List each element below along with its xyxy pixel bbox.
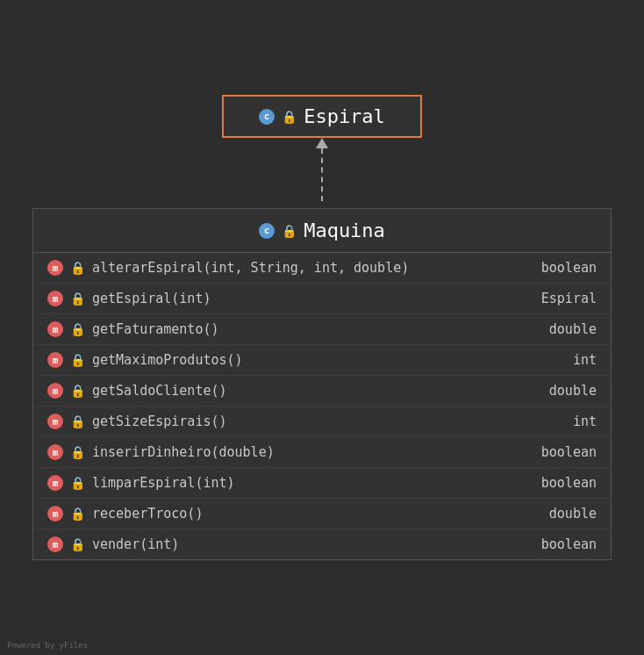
- method-lock-icon: 🔒: [70, 353, 85, 367]
- method-lock-icon: 🔒: [70, 322, 85, 336]
- method-name: getEspiral(int): [92, 291, 528, 306]
- method-return-type: boolean: [535, 260, 597, 276]
- arrow-head: [316, 138, 328, 148]
- espiral-c-icon: c: [259, 109, 275, 125]
- method-return-type: Espiral: [535, 291, 597, 306]
- method-return-type: double: [535, 383, 597, 399]
- method-name: getSaldoCliente(): [92, 383, 528, 399]
- method-row: m🔒getSaldoCliente()double: [33, 376, 611, 407]
- method-return-type: boolean: [535, 536, 597, 552]
- m-icon: m: [47, 321, 63, 337]
- m-icon: m: [47, 475, 63, 491]
- method-name: vender(int): [92, 536, 528, 552]
- method-return-type: double: [535, 506, 597, 522]
- watermark: Powered by yFiles: [7, 641, 88, 650]
- diagram-container: c 🔒 Espiral c 🔒 Maquina m🔒alterarEspiral…: [0, 77, 644, 578]
- m-icon: m: [47, 506, 63, 522]
- m-icon: m: [47, 414, 63, 429]
- arrow-line: [321, 148, 323, 201]
- m-icon: m: [47, 383, 63, 399]
- method-row: m🔒getFaturamento()double: [33, 314, 611, 345]
- method-lock-icon: 🔒: [70, 292, 85, 306]
- method-return-type: int: [535, 414, 597, 429]
- m-icon: m: [47, 352, 63, 368]
- method-lock-icon: 🔒: [70, 445, 85, 459]
- espiral-lock-icon: 🔒: [282, 110, 297, 124]
- method-name: alterarEspiral(int, String, int, double): [92, 260, 528, 276]
- method-row: m🔒receberTroco()double: [33, 499, 611, 529]
- method-row: m🔒inserirDinheiro(double)boolean: [33, 437, 611, 468]
- method-name: receberTroco(): [92, 506, 528, 522]
- method-row: m🔒getSizeEspirais()int: [33, 407, 611, 437]
- method-name: getFaturamento(): [92, 321, 528, 337]
- method-name: limparEspiral(int): [92, 475, 528, 491]
- method-lock-icon: 🔒: [70, 537, 85, 551]
- method-return-type: boolean: [535, 475, 597, 491]
- method-return-type: int: [535, 352, 597, 368]
- inheritance-arrow: [321, 138, 323, 208]
- maquina-class-name: Maquina: [304, 220, 385, 241]
- method-return-type: double: [535, 321, 597, 337]
- m-icon: m: [47, 260, 63, 276]
- method-row: m🔒limparEspiral(int)boolean: [33, 468, 611, 499]
- method-name: getSizeEspirais(): [92, 414, 528, 429]
- methods-list: m🔒alterarEspiral(int, String, int, doubl…: [33, 253, 611, 559]
- method-name: getMaximoProdutos(): [92, 352, 528, 368]
- maquina-c-icon: c: [259, 223, 275, 239]
- method-lock-icon: 🔒: [70, 384, 85, 398]
- maquina-class-header: c 🔒 Maquina: [33, 209, 611, 253]
- method-lock-icon: 🔒: [70, 414, 85, 428]
- method-lock-icon: 🔒: [70, 507, 85, 521]
- m-icon: m: [47, 444, 63, 460]
- espiral-class-box[interactable]: c 🔒 Espiral: [222, 95, 422, 138]
- maquina-lock-icon: 🔒: [282, 224, 297, 238]
- m-icon: m: [47, 536, 63, 552]
- method-name: inserirDinheiro(double): [92, 444, 528, 460]
- m-icon: m: [47, 291, 63, 306]
- method-row: m🔒getMaximoProdutos()int: [33, 345, 611, 376]
- method-row: m🔒vender(int)boolean: [33, 529, 611, 559]
- maquina-class-box[interactable]: c 🔒 Maquina m🔒alterarEspiral(int, String…: [32, 208, 612, 560]
- method-row: m🔒alterarEspiral(int, String, int, doubl…: [33, 253, 611, 284]
- method-lock-icon: 🔒: [70, 261, 85, 275]
- method-row: m🔒getEspiral(int)Espiral: [33, 284, 611, 314]
- espiral-class-name: Espiral: [304, 105, 385, 127]
- method-return-type: boolean: [535, 444, 597, 460]
- method-lock-icon: 🔒: [70, 476, 85, 490]
